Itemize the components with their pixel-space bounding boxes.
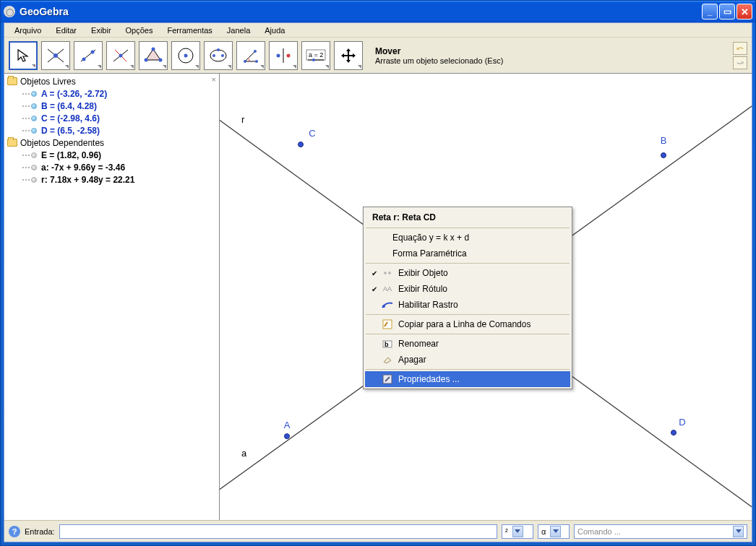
svg-rect-34 <box>383 320 392 329</box>
tool-line[interactable] <box>74 41 103 70</box>
context-delete[interactable]: Apagar <box>365 352 570 368</box>
point-icon <box>31 91 37 97</box>
svg-text:a = 2: a = 2 <box>309 51 323 58</box>
tool-slider[interactable]: a = 2 <box>301 41 330 70</box>
titlebar[interactable]: ◯ GeoGebra _ ▭ ✕ <box>1 1 755 22</box>
copy-icon <box>381 318 394 330</box>
entry-input[interactable] <box>59 524 497 539</box>
tool-desc: Arraste um objeto selecionado (Esc) <box>375 56 729 65</box>
algebra-view[interactable]: × Objetos Livres ⋯A = (-3.26, -2.72) ⋯B … <box>4 74 220 520</box>
tool-reflect[interactable] <box>269 41 298 70</box>
toolbar: a = 2 Mover Arraste um objeto selecionad… <box>4 38 752 74</box>
context-show-object[interactable]: ✔ Exibir Objeto <box>365 265 570 281</box>
point-B[interactable] <box>661 152 666 158</box>
tool-move[interactable] <box>9 41 38 70</box>
menubar: Arquivo Editar Exibir Opções Ferramentas… <box>4 23 752 38</box>
point-D[interactable] <box>671 430 676 436</box>
redo-button[interactable]: ⤻ <box>733 56 747 69</box>
tool-circle[interactable] <box>171 41 200 70</box>
menu-edit[interactable]: Editar <box>50 25 82 36</box>
menu-file[interactable]: Arquivo <box>9 25 47 36</box>
point-A[interactable] <box>284 433 290 439</box>
svg-point-11 <box>159 58 163 61</box>
close-panel-icon[interactable]: × <box>212 75 216 84</box>
tree-item-A[interactable]: ⋯A = (-3.26, -2.72) <box>7 87 216 100</box>
svg-point-21 <box>254 50 257 53</box>
rename-icon: b <box>381 338 394 350</box>
dropdown-arrow-icon <box>550 526 561 537</box>
tree-item-a[interactable]: ⋯a: -7x + 9.66y = -3.46 <box>7 161 216 173</box>
label-line-r: r <box>241 114 244 125</box>
eraser-icon <box>381 354 394 365</box>
tool-move-view[interactable] <box>334 41 363 70</box>
tree-item-D[interactable]: ⋯D = (6.5, -2.58) <box>7 124 216 136</box>
point-icon <box>31 152 37 158</box>
svg-point-10 <box>152 47 155 51</box>
svg-point-33 <box>382 305 385 308</box>
context-parametric[interactable]: Forma Paramétrica <box>365 246 570 261</box>
help-icon[interactable]: ? <box>9 526 20 537</box>
show-label-icon: AA <box>381 283 394 295</box>
tree-item-r[interactable]: ⋯r: 7.18x + 9.48y = 22.21 <box>7 173 216 186</box>
alpha-select[interactable]: α <box>538 524 570 539</box>
label-point-A: A <box>284 420 291 430</box>
context-rename[interactable]: b Renomear <box>365 336 570 352</box>
minimize-button[interactable]: _ <box>702 4 718 20</box>
svg-point-20 <box>255 60 258 63</box>
tool-point[interactable] <box>41 41 70 70</box>
folder-icon <box>7 139 17 147</box>
folder-icon <box>7 77 17 85</box>
label-point-B: B <box>661 135 667 146</box>
dependent-objects-folder[interactable]: Objetos Dependentes <box>7 136 216 149</box>
dropdown-arrow-icon <box>733 526 744 537</box>
tree-item-C[interactable]: ⋯C = (-2.98, 4.6) <box>7 112 216 124</box>
close-button[interactable]: ✕ <box>736 4 752 20</box>
point-icon <box>31 128 37 134</box>
free-objects-folder[interactable]: Objetos Livres <box>7 75 216 87</box>
svg-point-24 <box>287 53 291 57</box>
svg-point-31 <box>384 272 387 274</box>
undo-button[interactable]: ⤺ <box>733 42 747 55</box>
menu-view[interactable]: Exibir <box>85 25 117 36</box>
line-icon <box>31 165 37 170</box>
context-show-label[interactable]: ✔ AA Exibir Rótulo <box>365 281 570 297</box>
maximize-button[interactable]: ▭ <box>719 4 735 20</box>
menu-tools[interactable]: Ferramentas <box>161 25 218 36</box>
context-copy-command[interactable]: Copiar para a Linha de Comandos <box>365 316 570 332</box>
context-properties[interactable]: Propriedades ... <box>365 371 570 387</box>
tool-perpendicular[interactable] <box>106 41 135 70</box>
dependent-objects-label: Objetos Dependentes <box>20 138 104 148</box>
svg-point-32 <box>388 272 391 274</box>
tool-name: Mover <box>375 46 729 56</box>
app-icon: ◯ <box>4 6 15 17</box>
superscript-select[interactable]: ² <box>502 524 533 539</box>
tree-item-E[interactable]: ⋯E = (1.82, 0.96) <box>7 149 216 161</box>
svg-point-2 <box>53 53 58 58</box>
context-menu-header: Reta r: Reta CD <box>365 209 570 226</box>
command-select[interactable]: Comando ... <box>574 524 747 539</box>
point-C[interactable] <box>298 142 304 147</box>
tree-item-B[interactable]: ⋯B = (6.4, 4.28) <box>7 100 216 112</box>
svg-point-19 <box>244 60 246 63</box>
tool-angle[interactable] <box>236 41 265 70</box>
menu-options[interactable]: Opções <box>120 25 159 36</box>
context-trace[interactable]: Habilitar Rastro <box>365 297 570 313</box>
label-line-a: a <box>241 448 246 459</box>
label-point-D: D <box>679 417 685 428</box>
graphics-view[interactable]: r a C B A D Reta r: Reta CD Equação y = … <box>220 74 752 520</box>
free-objects-label: Objetos Livres <box>20 77 76 87</box>
svg-point-8 <box>119 53 123 57</box>
context-menu: Reta r: Reta CD Equação y = k x + d Form… <box>363 207 572 389</box>
check-icon: ✔ <box>369 269 379 277</box>
tool-polygon[interactable] <box>139 41 168 70</box>
svg-text:b: b <box>385 341 389 348</box>
properties-icon <box>381 373 394 385</box>
context-equation[interactable]: Equação y = k x + d <box>365 230 570 246</box>
menu-help[interactable]: Ajuda <box>259 25 291 36</box>
menu-window[interactable]: Janela <box>221 25 256 36</box>
check-icon: ✔ <box>369 285 379 293</box>
client-area: Arquivo Editar Exibir Opções Ferramentas… <box>4 22 752 542</box>
show-object-icon <box>381 267 394 279</box>
tool-ellipse[interactable] <box>204 41 233 70</box>
dropdown-arrow-icon <box>512 526 523 537</box>
